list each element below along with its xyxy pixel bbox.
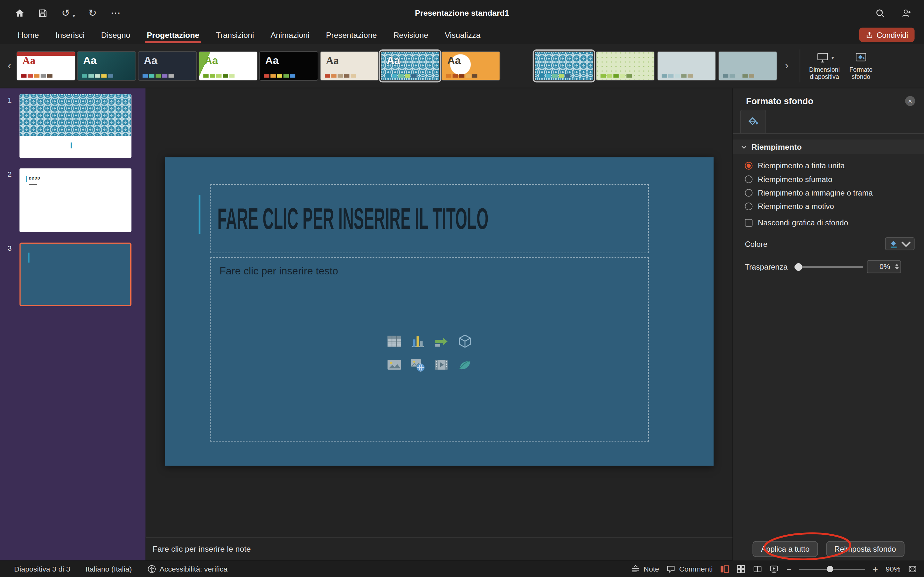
search-icon[interactable] xyxy=(875,7,886,19)
insert-picture-icon[interactable] xyxy=(386,357,402,373)
fit-to-window-icon[interactable] xyxy=(908,564,917,574)
option-gradient-fill[interactable]: Riempimento sfumato xyxy=(745,175,924,184)
stepper-up-icon[interactable] xyxy=(895,264,898,266)
theme-thumbnail-3[interactable]: Aa xyxy=(138,51,197,81)
insert-chart-icon[interactable] xyxy=(410,334,426,350)
reading-view-icon[interactable] xyxy=(753,564,762,574)
reset-background-button[interactable]: Reimposta sfondo xyxy=(826,541,905,557)
document-title: Presentazione standard1 xyxy=(415,9,509,18)
redo-icon[interactable]: ↻ xyxy=(87,7,98,19)
apply-to-all-button[interactable]: Applica a tutto xyxy=(753,541,818,557)
theme-thumbnail-7-current[interactable]: Aa xyxy=(381,51,440,81)
slide-number: 2 xyxy=(0,168,19,232)
tab-animazioni[interactable]: Animazioni xyxy=(262,27,318,42)
insert-video-icon[interactable] xyxy=(433,357,449,373)
slide-2-mini-title: DDDD xyxy=(29,177,40,180)
slide-sorter-icon[interactable] xyxy=(737,564,746,574)
option-pattern-fill[interactable]: Riempimento a motivo xyxy=(745,202,924,211)
notes-pane[interactable]: Fare clic per inserire le note xyxy=(145,537,732,560)
fill-section-header[interactable]: Riempimento xyxy=(733,139,924,154)
tab-inserisci[interactable]: Inserisci xyxy=(47,27,93,42)
notes-toggle[interactable]: Note xyxy=(631,564,659,574)
theme-thumbnail-2[interactable]: Aa xyxy=(78,51,136,81)
theme-thumbnail-8[interactable]: Aa xyxy=(441,51,501,81)
transparency-value-input[interactable]: 0% xyxy=(867,260,901,273)
tab-transizioni[interactable]: Transizioni xyxy=(208,27,262,42)
radio-icon[interactable] xyxy=(745,162,753,169)
comments-toggle-label: Commenti xyxy=(679,565,713,573)
share-button[interactable]: Condividi xyxy=(859,27,915,42)
checkbox-icon[interactable] xyxy=(745,219,753,227)
slider-thumb[interactable] xyxy=(795,263,802,271)
design-gallery: ‹ Aa Aa Aa Aa Aa Aa xyxy=(0,44,924,89)
gallery-next-icon[interactable]: › xyxy=(782,60,791,72)
fill-color-button[interactable] xyxy=(885,237,915,250)
theme-aa-label: Aa xyxy=(204,55,218,67)
color-fill-icon xyxy=(889,239,899,249)
save-icon[interactable] xyxy=(37,7,48,19)
insert-table-icon[interactable] xyxy=(386,334,402,350)
tab-disegno[interactable]: Disegno xyxy=(93,27,138,42)
account-icon[interactable] xyxy=(901,7,912,19)
comments-toggle[interactable]: Commenti xyxy=(667,564,712,574)
zoom-in-icon[interactable]: + xyxy=(873,564,878,574)
insert-stock-icons-icon[interactable] xyxy=(457,357,473,373)
slideshow-icon[interactable] xyxy=(770,564,779,574)
title-accent-line xyxy=(198,195,200,234)
screenshot-stage: ↺ ▾ ↻ ⋯ Presentazione standard1 Home Ins… xyxy=(0,0,924,577)
format-background-label: Formato sfondo xyxy=(843,66,879,80)
content-placeholder[interactable]: Fare clic per inserire testo xyxy=(210,258,649,442)
theme-thumbnail-1[interactable]: Aa xyxy=(16,51,75,81)
slide-editing-surface[interactable]: FARE CLIC PER INSERIRE IL TITOLO Fare cl… xyxy=(165,157,713,466)
zoom-out-icon[interactable]: − xyxy=(787,564,792,574)
insert-online-picture-icon[interactable] xyxy=(410,357,426,373)
zoom-slider[interactable] xyxy=(799,565,865,573)
theme-thumbnail-6[interactable]: Aa xyxy=(320,51,379,81)
slide-2-thumbnail[interactable]: DDDD xyxy=(19,168,132,232)
insert-3d-model-icon[interactable] xyxy=(457,334,473,350)
slide-1-thumbnail[interactable] xyxy=(19,94,132,158)
tab-home[interactable]: Home xyxy=(9,27,47,42)
stepper-down-icon[interactable] xyxy=(895,268,898,269)
option-solid-fill[interactable]: Riempimento a tinta unita xyxy=(745,161,924,170)
fill-section-label: Riempimento xyxy=(751,142,802,151)
undo-dropdown-icon[interactable]: ▾ xyxy=(73,13,75,18)
tab-visualizza[interactable]: Visualizza xyxy=(437,27,489,42)
tab-revisione[interactable]: Revisione xyxy=(385,27,436,42)
insert-smartart-icon[interactable] xyxy=(433,334,449,350)
slide-counter: Diapositiva 3 di 3 xyxy=(14,565,70,573)
radio-icon[interactable] xyxy=(745,175,753,183)
hide-background-graphics[interactable]: Nascondi grafica di sfondo xyxy=(733,218,924,227)
home-icon[interactable] xyxy=(14,7,25,19)
fill-tab[interactable] xyxy=(740,110,766,133)
undo-button[interactable]: ↺ ▾ xyxy=(60,7,75,19)
format-background-button[interactable]: Formato sfondo xyxy=(843,51,879,80)
variant-thumbnail-4[interactable] xyxy=(718,51,777,81)
variant-thumbnail-3[interactable] xyxy=(657,51,716,81)
theme-thumbnail-5[interactable]: Aa xyxy=(259,51,318,81)
slider-track[interactable] xyxy=(793,266,863,268)
radio-icon[interactable] xyxy=(745,189,753,197)
zoom-slider-thumb[interactable] xyxy=(827,566,833,572)
normal-view-icon[interactable] xyxy=(720,564,729,574)
apply-to-all-label: Applica a tutto xyxy=(761,545,809,554)
accessibility-status[interactable]: Accessibilità: verifica xyxy=(147,564,228,574)
slide-3-thumbnail-selected[interactable] xyxy=(19,243,132,306)
radio-icon[interactable] xyxy=(745,203,753,210)
color-dropdown-icon[interactable] xyxy=(901,239,911,249)
transparency-slider[interactable] xyxy=(793,263,863,271)
title-placeholder[interactable]: FARE CLIC PER INSERIRE IL TITOLO xyxy=(210,184,649,253)
tab-progettazione[interactable]: Progettazione xyxy=(139,27,208,42)
zoom-percentage[interactable]: 90% xyxy=(886,565,901,573)
share-icon xyxy=(865,31,873,39)
theme-thumbnail-4[interactable]: Aa xyxy=(199,51,258,81)
more-commands-icon[interactable]: ⋯ xyxy=(110,7,121,19)
variant-thumbnail-2[interactable] xyxy=(596,51,655,81)
variant-thumbnail-1-current[interactable] xyxy=(535,51,594,81)
option-picture-fill[interactable]: Riempimento a immagine o trama xyxy=(745,189,924,197)
language-indicator[interactable]: Italiano (Italia) xyxy=(86,565,132,573)
tab-presentazione[interactable]: Presentazione xyxy=(318,27,385,42)
close-icon[interactable]: × xyxy=(905,96,915,106)
slide-size-button[interactable]: ▾ Dimensioni diapositiva xyxy=(806,51,843,80)
gallery-prev-icon[interactable]: ‹ xyxy=(5,60,14,72)
